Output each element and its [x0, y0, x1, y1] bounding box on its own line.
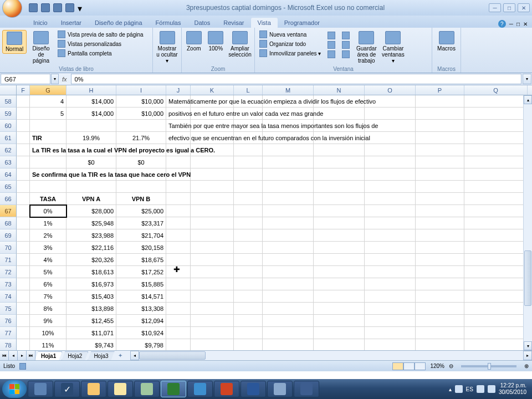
cell-F72[interactable]	[17, 266, 30, 278]
cell-P61[interactable]	[416, 132, 464, 144]
cell-J67[interactable]	[166, 205, 191, 217]
cell-K65[interactable]	[191, 181, 234, 193]
cell-Q77[interactable]	[464, 327, 528, 339]
sheet-tab-hoja3[interactable]: Hoja3	[88, 351, 114, 360]
cell-G66[interactable]: TASA	[30, 193, 66, 205]
cell-G65[interactable]	[30, 181, 66, 193]
reset-pos-button[interactable]	[340, 50, 352, 59]
cell-O66[interactable]	[365, 193, 416, 205]
cell-O73[interactable]	[365, 278, 416, 290]
taskbar-app4-button[interactable]	[294, 381, 319, 397]
cell-O78[interactable]	[365, 339, 416, 350]
cell-O74[interactable]	[365, 290, 416, 303]
cell-G61[interactable]: TIR	[30, 132, 66, 144]
taskbar-ppt-button[interactable]	[214, 381, 239, 397]
new-sheet-button[interactable]: ✦	[115, 351, 126, 360]
next-sheet-button[interactable]: ▸	[18, 351, 27, 360]
cell-O76[interactable]	[365, 315, 416, 327]
cell-F64[interactable]	[17, 168, 30, 181]
cell-G70[interactable]: 3%	[30, 242, 66, 254]
cell-K66[interactable]	[191, 193, 234, 205]
cell-M64[interactable]	[263, 168, 314, 181]
cell-G69[interactable]: 2%	[30, 229, 66, 242]
close-button[interactable]: ✕	[518, 3, 530, 12]
switch-windows-button[interactable]: Cambiar ventanas ▾	[381, 30, 405, 65]
col-header-I[interactable]: I	[116, 85, 166, 95]
cell-I77[interactable]: $10,924	[116, 327, 166, 339]
qat-customize-icon[interactable]: ▾	[78, 3, 82, 12]
cell-J70[interactable]	[166, 242, 191, 254]
mdi-close-icon[interactable]: ✕	[523, 21, 528, 27]
cell-K78[interactable]	[191, 339, 234, 350]
cell-F63[interactable]	[17, 156, 30, 168]
cell-M77[interactable]	[263, 327, 314, 339]
row-header-74[interactable]: 74	[0, 290, 17, 303]
cell-J61[interactable]: efectivo que se encuentran en el futuro …	[166, 132, 191, 144]
cell-L68[interactable]	[234, 217, 263, 229]
cell-I65[interactable]	[116, 181, 166, 193]
name-box[interactable]: G67	[1, 74, 50, 84]
cell-F70[interactable]	[17, 242, 30, 254]
cell-J74[interactable]	[166, 290, 191, 303]
cell-L63[interactable]	[234, 156, 263, 168]
cell-P74[interactable]	[416, 290, 464, 303]
scroll-up-button[interactable]: ▴	[524, 95, 532, 104]
cell-I76[interactable]: $12,094	[116, 315, 166, 327]
cell-H58[interactable]: $14,000	[66, 95, 116, 108]
mdi-minimize-icon[interactable]: ─	[509, 21, 513, 27]
clock[interactable]: 12:22 p.m. 30/05/2010	[499, 382, 526, 396]
freeze-panes-button[interactable]: Inmovilizar paneles ▾	[257, 49, 323, 58]
cell-K77[interactable]	[191, 327, 234, 339]
vscroll-thumb[interactable]	[524, 250, 531, 306]
cell-F58[interactable]	[17, 95, 30, 108]
cell-F73[interactable]	[17, 278, 30, 290]
cell-F71[interactable]	[17, 254, 30, 266]
cell-F66[interactable]	[17, 193, 30, 205]
row-header-77[interactable]: 77	[0, 327, 17, 339]
language-indicator[interactable]: ES	[466, 386, 473, 392]
cell-P59[interactable]	[416, 108, 464, 120]
col-header-J[interactable]: J	[166, 85, 191, 95]
cell-L69[interactable]	[234, 229, 263, 242]
normal-view-button[interactable]: Normal	[2, 30, 27, 54]
col-header-H[interactable]: H	[66, 85, 116, 95]
cell-Q69[interactable]	[464, 229, 528, 242]
cell-K75[interactable]	[191, 303, 234, 315]
cell-H75[interactable]: $13,898	[66, 303, 116, 315]
page-layout-button[interactable]: Diseño de página	[29, 30, 53, 65]
cell-P65[interactable]	[416, 181, 464, 193]
cell-Q78[interactable]	[464, 339, 528, 350]
cell-J73[interactable]	[166, 278, 191, 290]
cell-F61[interactable]	[17, 132, 30, 144]
cell-F60[interactable]	[17, 120, 30, 132]
formula-bar[interactable]: 0%	[71, 74, 521, 84]
tab-revisar[interactable]: Revisar	[217, 18, 250, 28]
taskbar-ie-button[interactable]	[187, 381, 213, 397]
cell-K69[interactable]	[191, 229, 234, 242]
cell-H78[interactable]: $9,743	[66, 339, 116, 350]
cell-F75[interactable]	[17, 303, 30, 315]
cell-Q61[interactable]	[464, 132, 528, 144]
cell-G78[interactable]: 11%	[30, 339, 66, 350]
cell-O65[interactable]	[365, 181, 416, 193]
cell-P64[interactable]	[416, 168, 464, 181]
cell-J78[interactable]	[166, 339, 191, 350]
cell-H70[interactable]: $22,116	[66, 242, 116, 254]
zoom-button[interactable]: Zoom	[184, 30, 204, 53]
cell-L62[interactable]	[234, 144, 263, 156]
tab-vista[interactable]: Vista	[251, 18, 278, 28]
cell-H61[interactable]: 19.9%	[66, 132, 116, 144]
cell-M76[interactable]	[263, 315, 314, 327]
cell-J63[interactable]	[166, 156, 191, 168]
cell-Q70[interactable]	[464, 242, 528, 254]
cell-O71[interactable]	[365, 254, 416, 266]
cell-H73[interactable]: $16,973	[66, 278, 116, 290]
normal-view-sb-button[interactable]	[392, 362, 403, 370]
cell-N77[interactable]	[314, 327, 365, 339]
custom-views-button[interactable]: Vistas personalizadas	[55, 39, 146, 48]
cell-J60[interactable]: También por que entre mayor sea la tasa …	[166, 120, 191, 132]
help-icon[interactable]: ?	[498, 20, 506, 28]
cell-J72[interactable]	[166, 266, 191, 278]
cell-H59[interactable]: $14,000	[66, 108, 116, 120]
cell-Q63[interactable]	[464, 156, 528, 168]
